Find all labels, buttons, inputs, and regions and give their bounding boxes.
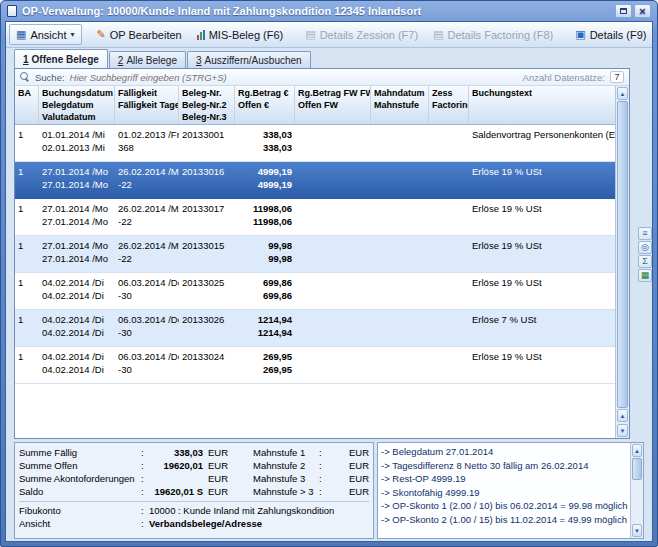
sum-icon[interactable]: Σ bbox=[638, 255, 652, 268]
cell-rg_betrag_fw bbox=[295, 236, 371, 272]
column-header-rg_betrag_fw[interactable]: Rg.Betrag FW FWEOffen FW bbox=[295, 86, 371, 124]
details-factoring-button: ▤ Details Factoring (F8) bbox=[426, 24, 560, 45]
summary-label: Mahnstufe > 3 bbox=[253, 485, 319, 498]
scrollbar-thumb[interactable] bbox=[617, 101, 628, 408]
ansicht-button[interactable]: ▦ Ansicht ▾ bbox=[9, 24, 82, 45]
tab-number: 2 bbox=[118, 55, 124, 66]
cell-mahndatum bbox=[371, 310, 429, 346]
cell-mahndatum bbox=[371, 273, 429, 309]
cell-buchungsdatum: 04.02.2014 /Di04.02.2014 /Di bbox=[39, 273, 115, 309]
close-button[interactable]: × bbox=[634, 4, 651, 18]
cell-mahndatum bbox=[371, 125, 429, 161]
cell-beleg_nr: 20133024 bbox=[179, 347, 235, 383]
cell-buchungsdatum: 27.01.2014 /Mo27.01.2014 /Mo bbox=[39, 162, 115, 198]
info-line: -> Belegdatum 27.01.2014 bbox=[381, 445, 627, 459]
table-row[interactable]: 1 04.02.2014 /Di04.02.2014 /Di06.03.2014… bbox=[15, 273, 615, 310]
table-row[interactable]: 1 04.02.2014 /Di04.02.2014 /Di06.03.2014… bbox=[15, 310, 615, 347]
scroll-up-icon[interactable]: ▲ bbox=[617, 87, 628, 100]
table-row[interactable]: 1 04.02.2014 /Di04.02.2014 /Di06.03.2014… bbox=[15, 347, 615, 384]
table-header: BABuchungsdatumBelegdatumValutadatumFäll… bbox=[15, 86, 615, 125]
fibukonto-row: Fibukonto : 10000 : Kunde Inland mit Zah… bbox=[19, 504, 369, 517]
cell-buchungstext: Erlöse 19 % USt bbox=[469, 347, 615, 383]
restore-button[interactable] bbox=[615, 4, 632, 18]
summary-value bbox=[327, 459, 343, 472]
grid-view-icon: ▦ bbox=[16, 29, 26, 40]
scrollbar-thumb[interactable] bbox=[632, 458, 642, 480]
details-button[interactable]: ▣ Details (F9) bbox=[568, 24, 653, 45]
cell-mahndatum bbox=[371, 236, 429, 272]
scroll-down-icon[interactable]: ▼ bbox=[617, 424, 628, 437]
column-header-beleg_nr[interactable]: Beleg-Nr.Beleg-Nr.2Beleg-Nr.3 bbox=[179, 86, 235, 124]
summary-value: 19620,01 bbox=[149, 459, 203, 472]
grid-page: Suche: Anzahl Datensätze: 7 BABuchungsda… bbox=[14, 68, 630, 439]
cell-rg_betrag_eur: 4999,194999,19 bbox=[235, 162, 295, 198]
summary-value: 338,03 bbox=[149, 446, 203, 459]
table-scrollbar[interactable]: ▲ ▲ ▼ bbox=[615, 86, 629, 438]
table-row[interactable]: 1 01.01.2014 /Mi02.01.2013 /Mi01.02.2013… bbox=[15, 125, 615, 162]
scroll-up-icon[interactable]: ▲ bbox=[617, 409, 628, 422]
column-header-buchungstext[interactable]: Buchungstext bbox=[469, 86, 615, 124]
cell-ba: 1 bbox=[15, 199, 39, 235]
cell-mahndatum bbox=[371, 199, 429, 235]
summary-value bbox=[327, 472, 343, 485]
tab-offene-belege[interactable]: 1 Offene Belege bbox=[14, 49, 108, 68]
tab-ausziffern[interactable]: 3 Ausziffern/Ausbuchen bbox=[187, 51, 311, 68]
scroll-down-icon[interactable]: ▼ bbox=[632, 524, 642, 537]
cell-ba: 1 bbox=[15, 310, 39, 346]
cell-zess bbox=[429, 273, 469, 309]
column-header-rg_betrag_eur[interactable]: Rg.Betrag €Offen € bbox=[235, 86, 295, 124]
summary-unit: EUR bbox=[343, 459, 369, 472]
cell-rg_betrag_fw bbox=[295, 310, 371, 346]
cell-ba: 1 bbox=[15, 162, 39, 198]
cell-beleg_nr: 20133025 bbox=[179, 273, 235, 309]
info-line: -> OP-Skonto 2 (1.00 / 15) bis 11.02.201… bbox=[381, 513, 627, 527]
cell-ba: 1 bbox=[15, 125, 39, 161]
summary-unit: EUR bbox=[203, 446, 229, 459]
search-input[interactable] bbox=[70, 72, 518, 83]
tab-alle-belege[interactable]: 2 Alle Belege bbox=[109, 51, 186, 68]
table-row[interactable]: 1 27.01.2014 /Mo27.01.2014 /Mo26.02.2014… bbox=[15, 162, 615, 199]
column-header-faelligkeit[interactable]: FälligkeitFälligkeit Tage bbox=[115, 86, 179, 124]
cell-rg_betrag_eur: 699,86699,86 bbox=[235, 273, 295, 309]
cell-ba: 1 bbox=[15, 236, 39, 272]
tab-label: Ausziffern/Ausbuchen bbox=[205, 55, 302, 66]
cell-rg_betrag_eur: 11998,0611998,06 bbox=[235, 199, 295, 235]
title-bar: OP-Verwaltung: 10000/Kunde Inland mit Za… bbox=[5, 1, 653, 21]
table-row[interactable]: 1 27.01.2014 /Mo27.01.2014 /Mo26.02.2014… bbox=[15, 236, 615, 273]
info-line: -> OP-Skonto 1 (2.00 / 10) bis 06.02.201… bbox=[381, 499, 627, 513]
summary-label: Mahnstufe 3 bbox=[253, 472, 319, 485]
cell-buchungstext: Saldenvortrag Personenkonten (EB) bbox=[469, 125, 615, 161]
mis-beleg-button[interactable]: MIS-Beleg (F6) bbox=[190, 24, 291, 45]
summary-label: Summe Offen bbox=[19, 459, 141, 472]
summary-value bbox=[327, 485, 343, 498]
info-scrollbar[interactable]: ▲ ▼ bbox=[630, 443, 643, 538]
scroll-up-icon[interactable]: ▲ bbox=[632, 444, 642, 457]
cell-buchungstext: Erlöse 19 % USt bbox=[469, 199, 615, 235]
cell-rg_betrag_fw bbox=[295, 199, 371, 235]
cell-buchungstext: Erlöse 7 % USt bbox=[469, 310, 615, 346]
cell-buchungsdatum: 04.02.2014 /Di04.02.2014 /Di bbox=[39, 310, 115, 346]
column-header-zess[interactable]: ZessFactoring bbox=[429, 86, 469, 124]
zoom-icon[interactable]: ◎ bbox=[638, 241, 652, 254]
column-header-mahndatum[interactable]: MahndatumMahnstufe bbox=[371, 86, 429, 124]
op-bearbeiten-label: OP Bearbeiten bbox=[110, 29, 182, 41]
info-lines: -> Belegdatum 27.01.2014-> Tagesdifferen… bbox=[378, 443, 630, 538]
cell-buchungsdatum: 04.02.2014 /Di04.02.2014 /Di bbox=[39, 347, 115, 383]
cell-rg_betrag_fw bbox=[295, 162, 371, 198]
pin-icon[interactable]: ≡ bbox=[638, 227, 652, 240]
search-icon bbox=[20, 72, 30, 82]
cell-faelligkeit: 06.03.2014 /Do-30 bbox=[115, 273, 179, 309]
export-icon[interactable]: ▦ bbox=[638, 269, 652, 282]
cell-zess bbox=[429, 199, 469, 235]
ansicht-row-value: Verbandsbelege/Adresse bbox=[149, 517, 262, 530]
client-area: ▦ Ansicht ▾ ✎ OP Bearbeiten MIS-Beleg (F… bbox=[5, 21, 653, 542]
column-header-buchungsdatum[interactable]: BuchungsdatumBelegdatumValutadatum bbox=[39, 86, 115, 124]
cell-ba: 1 bbox=[15, 347, 39, 383]
app-icon bbox=[7, 5, 17, 17]
cell-rg_betrag_eur: 99,9899,98 bbox=[235, 236, 295, 272]
cell-rg_betrag_eur: 1214,941214,94 bbox=[235, 310, 295, 346]
cell-mahndatum bbox=[371, 347, 429, 383]
op-bearbeiten-button[interactable]: ✎ OP Bearbeiten bbox=[90, 24, 189, 45]
column-header-ba[interactable]: BA bbox=[15, 86, 39, 124]
table-row[interactable]: 1 27.01.2014 /Mo27.01.2014 /Mo26.02.2014… bbox=[15, 199, 615, 236]
